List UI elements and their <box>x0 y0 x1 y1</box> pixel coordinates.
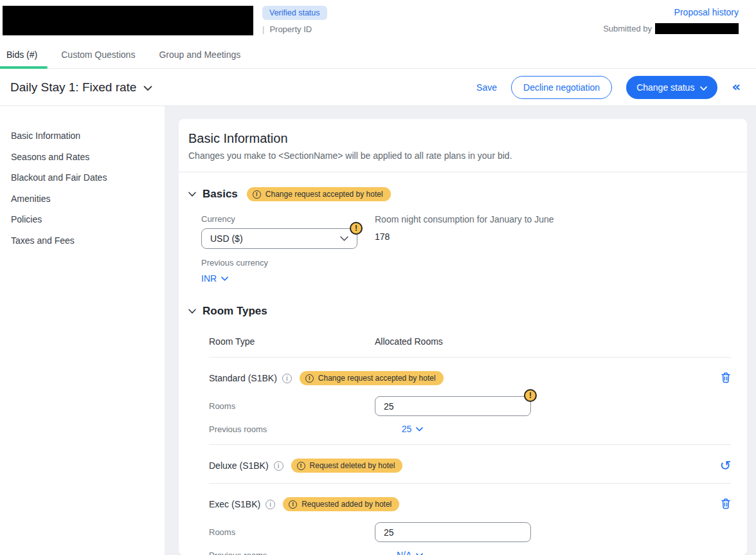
page-body: Basic Information Seasons and Rates Blac… <box>0 106 756 555</box>
trash-icon <box>721 498 731 511</box>
room-status-badge-label: Request deleted by hotel <box>310 461 395 470</box>
property-id-label: Property ID <box>269 24 312 34</box>
divider <box>179 172 747 172</box>
rooms-label: Rooms <box>209 527 375 537</box>
tab-group-and-meetings[interactable]: Group and Meetings <box>159 44 240 68</box>
change-status-button[interactable]: Change status <box>626 76 717 99</box>
bid-toolbar: Daily Stay 1: Fixed rate Save Decline ne… <box>0 69 756 106</box>
basics-status-badge: ! Change request accepted by hotel <box>247 187 391 201</box>
chevron-down-icon <box>340 236 348 241</box>
previous-currency-dropdown[interactable]: INR <box>201 273 228 284</box>
page-subtitle: Changes you make to <SectionName> will b… <box>188 150 731 161</box>
basics-section-header: Basics ! Change request accepted by hote… <box>188 187 731 201</box>
previous-rooms-value: 25 <box>402 424 412 434</box>
collapse-section-icon[interactable] <box>188 192 196 197</box>
basics-section-title: Basics <box>203 188 238 201</box>
warning-icon: ! <box>253 190 261 199</box>
previous-currency-label: Previous currency <box>201 258 375 268</box>
divider <box>209 483 731 484</box>
warning-icon: ! <box>305 374 314 383</box>
room-type-row-exec: Exec (S1BK) i ! Requested added by hotel <box>209 497 731 555</box>
room-type-name: Standard (S1BK) <box>209 373 277 383</box>
tab-custom-questions[interactable]: Custom Questions <box>61 44 135 68</box>
room-types-section-title: Room Types <box>203 305 267 318</box>
rooms-label: Rooms <box>209 401 375 411</box>
room-type-row-standard: Standard (S1BK) i ! Change request accep… <box>209 371 731 445</box>
room-type-name: Deluxe (S1BK) <box>209 460 269 471</box>
delete-room-type-button[interactable] <box>721 372 731 385</box>
previous-rooms-label: Previous rooms <box>209 550 267 555</box>
room-status-badge-label: Change request accepted by hotel <box>318 374 436 383</box>
column-header-room-type: Room Type <box>209 336 375 347</box>
room-status-badge: ! Request deleted by hotel <box>291 459 403 473</box>
chevron-down-icon <box>416 427 423 432</box>
info-icon[interactable]: i <box>282 374 292 383</box>
verified-status-badge: Verified status <box>262 6 327 20</box>
warning-icon: ! <box>297 462 305 470</box>
bid-selector[interactable]: Daily Stay 1: Fixed rate <box>10 80 152 95</box>
room-night-consumption-value: 178 <box>375 232 554 242</box>
room-types-section-header: Room Types <box>188 305 731 318</box>
content-area: Basic Information Changes you make to <S… <box>165 106 756 555</box>
tab-bids[interactable]: Bids (#) <box>6 44 37 68</box>
sidebar-item-policies[interactable]: Policies <box>11 209 165 230</box>
decline-negotiation-button[interactable]: Decline negotiation <box>511 76 612 99</box>
room-status-badge: ! Requested added by hotel <box>283 497 399 511</box>
previous-rooms-label: Previous rooms <box>209 424 267 434</box>
rooms-input[interactable] <box>375 396 531 416</box>
room-type-row-deluxe: Deluxe (S1BK) i ! Request deleted by hot… <box>209 459 731 484</box>
delete-room-type-button[interactable] <box>721 498 731 511</box>
submitted-by-label: Submitted by <box>603 24 652 33</box>
currency-select[interactable]: USD ($) ! <box>201 228 357 249</box>
collapse-panel-button[interactable]: « <box>732 80 741 94</box>
info-icon[interactable]: i <box>266 500 275 509</box>
info-icon[interactable]: i <box>274 461 284 471</box>
save-button[interactable]: Save <box>476 82 497 93</box>
chevron-down-icon <box>416 553 423 555</box>
room-status-badge: ! Change request accepted by hotel <box>300 371 444 385</box>
basic-information-card: Basic Information Changes you make to <S… <box>179 119 747 555</box>
room-types-table: Room Type Allocated Rooms Standard (S1BK… <box>209 336 731 555</box>
previous-currency-value: INR <box>201 273 217 284</box>
trash-icon <box>721 372 731 385</box>
chevron-down-icon <box>221 277 228 281</box>
property-name-redacted <box>3 6 253 35</box>
sidebar-item-seasons-and-rates[interactable]: Seasons and Rates <box>11 147 165 168</box>
undo-icon: ↺ <box>719 459 731 473</box>
proposal-history-link[interactable]: Proposal history <box>674 7 739 17</box>
rooms-input[interactable] <box>375 522 531 542</box>
separator-bar: | <box>262 24 264 34</box>
currency-warning-icon[interactable]: ! <box>350 222 363 235</box>
previous-rooms-value: N/A <box>397 550 411 555</box>
bid-selector-label: Daily Stay 1: Fixed rate <box>10 80 136 95</box>
sidebar-item-basic-information[interactable]: Basic Information <box>11 125 165 147</box>
previous-rooms-dropdown[interactable]: 25 <box>402 424 424 434</box>
warning-icon: ! <box>289 500 297 509</box>
submitter-name-redacted <box>655 23 739 34</box>
chevron-down-icon <box>143 80 152 95</box>
room-night-consumption-label: Room night consumption for January to Ju… <box>375 214 554 224</box>
tab-bar: Bids (#) Custom Questions Group and Meet… <box>0 44 756 69</box>
sidebar-item-taxes-and-fees[interactable]: Taxes and Fees <box>11 230 165 251</box>
top-header: Verified status | Property ID Proposal h… <box>0 0 756 44</box>
currency-label: Currency <box>201 214 375 224</box>
column-header-allocated-rooms: Allocated Rooms <box>375 336 443 347</box>
chevron-down-icon <box>700 82 707 93</box>
page-title: Basic Information <box>188 130 731 147</box>
divider <box>209 444 731 445</box>
sidebar-item-blackout-and-fair-dates[interactable]: Blackout and Fair Dates <box>11 167 165 188</box>
previous-rooms-dropdown[interactable]: N/A <box>397 550 423 555</box>
collapse-section-icon[interactable] <box>188 309 196 314</box>
currency-selected-value: USD ($) <box>210 233 243 244</box>
divider <box>209 357 731 358</box>
rooms-warning-icon[interactable]: ! <box>524 389 537 402</box>
restore-room-type-button[interactable]: ↺ <box>719 459 731 473</box>
change-status-label: Change status <box>636 82 694 93</box>
sidebar-item-amenities[interactable]: Amenities <box>11 188 165 210</box>
room-type-name: Exec (S1BK) <box>209 499 260 509</box>
section-sidebar: Basic Information Seasons and Rates Blac… <box>0 106 165 555</box>
room-status-badge-label: Requested added by hotel <box>302 500 392 509</box>
basics-status-badge-label: Change request accepted by hotel <box>266 190 383 199</box>
